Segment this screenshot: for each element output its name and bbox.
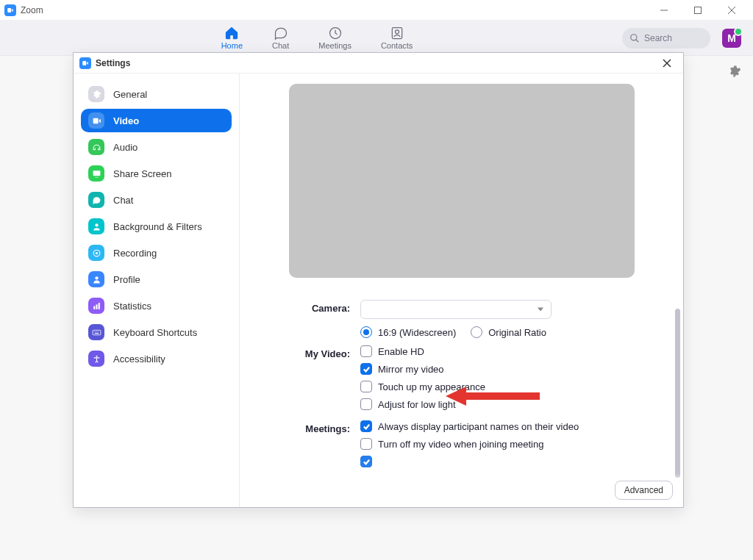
svg-rect-17 [96, 304, 97, 309]
sidebar-item-keyboard-shortcuts[interactable]: Keyboard Shortcuts [81, 320, 232, 344]
sidebar-item-statistics[interactable]: Statistics [81, 294, 232, 317]
window-maximize-button[interactable] [681, 0, 715, 20]
sidebar-item-video[interactable]: Video [81, 109, 232, 132]
sidebar-item-label: Statistics [113, 301, 151, 312]
camera-select[interactable] [360, 300, 552, 319]
search-input[interactable]: Search [622, 28, 710, 49]
clock-icon [328, 26, 343, 40]
svg-point-6 [395, 30, 399, 34]
video-preview [289, 84, 635, 278]
svg-point-20 [94, 331, 95, 331]
sidebar-item-label: Keyboard Shortcuts [113, 327, 197, 338]
audio-icon [88, 139, 104, 155]
sidebar-item-accessibility[interactable]: Accessibility [81, 347, 232, 370]
mirror-video-checkbox[interactable]: Mirror my video [360, 363, 660, 375]
sidebar-item-profile[interactable]: Profile [81, 268, 232, 291]
svg-rect-1 [695, 7, 702, 13]
settings-titlebar: Settings [74, 53, 683, 73]
svg-rect-5 [392, 28, 402, 39]
keyboard-shortcuts-icon [88, 324, 104, 340]
settings-window: Settings GeneralVideoAudioShare ScreenCh… [73, 52, 684, 508]
svg-point-24 [96, 355, 97, 356]
svg-point-12 [95, 223, 98, 226]
recording-icon [88, 245, 104, 261]
sidebar-item-recording[interactable]: Recording [81, 241, 232, 265]
zoom-app-icon [4, 4, 16, 16]
background-filters-icon [88, 218, 104, 234]
camera-label: Camera: [285, 300, 350, 314]
svg-rect-11 [93, 170, 100, 176]
settings-pane: Camera: 16:9 (Widescreen) Original Ratio [240, 73, 683, 507]
home-icon [224, 26, 239, 40]
enable-hd-checkbox[interactable]: Enable HD [360, 345, 660, 357]
svg-line-8 [636, 39, 639, 42]
chat-icon [274, 26, 288, 40]
always-names-checkbox[interactable]: Always display participant names on thei… [360, 420, 660, 432]
my-video-label: My Video: [285, 345, 350, 359]
search-icon [629, 33, 640, 43]
window-minimize-button[interactable] [647, 0, 681, 20]
main-titlebar: Zoom [0, 0, 753, 21]
share-screen-icon [88, 165, 104, 182]
nav-home-tab[interactable]: Home [221, 26, 243, 50]
sidebar-item-label: Share Screen [113, 168, 172, 179]
nav-chat-tab[interactable]: Chat [272, 26, 289, 50]
contacts-icon [390, 26, 404, 40]
settings-title: Settings [96, 58, 130, 68]
svg-rect-19 [93, 330, 101, 335]
nav-meetings-tab[interactable]: Meetings [318, 26, 351, 50]
main-nav-bar: Home Chat Meetings Contacts Search M [0, 21, 753, 56]
scrollbar-thumb[interactable] [675, 309, 680, 478]
sidebar-item-label: Audio [113, 142, 138, 153]
touch-up-checkbox[interactable]: Touch up my appearance [360, 381, 660, 392]
settings-gear-button[interactable] [728, 65, 741, 80]
sidebar-item-background-filters[interactable]: Background & Filters [81, 215, 232, 238]
general-icon [88, 86, 104, 102]
sidebar-item-label: Chat [113, 195, 133, 206]
low-light-checkbox[interactable]: Adjust for low light [360, 398, 660, 410]
app-title: Zoom [21, 5, 43, 15]
ratio-original-radio[interactable]: Original Ratio [471, 326, 546, 338]
ratio-169-radio[interactable]: 16:9 (Widescreen) [360, 326, 456, 338]
sidebar-item-label: Profile [113, 274, 140, 285]
sidebar-item-share-screen[interactable]: Share Screen [81, 162, 232, 185]
window-close-button[interactable] [715, 0, 749, 20]
sidebar-item-label: Video [113, 115, 139, 126]
partial-hidden-checkbox[interactable] [360, 456, 660, 467]
meetings-label: Meetings: [285, 420, 350, 434]
statistics-icon [88, 298, 104, 314]
svg-rect-18 [98, 303, 99, 309]
advanced-button[interactable]: Advanced [615, 481, 673, 500]
video-icon [88, 112, 104, 129]
svg-point-22 [97, 331, 98, 331]
settings-close-button[interactable] [657, 53, 677, 73]
accessibility-icon [88, 351, 104, 367]
avatar[interactable]: M [722, 29, 741, 48]
svg-point-15 [95, 276, 98, 279]
svg-point-7 [631, 34, 637, 40]
settings-sidebar: GeneralVideoAudioShare ScreenChatBackgro… [74, 73, 240, 507]
sidebar-item-label: Recording [113, 248, 157, 259]
zoom-app-icon [79, 57, 91, 69]
sidebar-item-label: General [113, 89, 147, 100]
svg-point-14 [95, 251, 97, 254]
sidebar-item-label: Accessibility [113, 353, 165, 365]
chat-icon [88, 192, 104, 208]
svg-point-21 [96, 331, 96, 331]
turn-off-video-checkbox[interactable]: Turn off my video when joining meeting [360, 438, 660, 450]
svg-rect-23 [94, 333, 98, 334]
svg-rect-16 [93, 306, 95, 309]
sidebar-item-audio[interactable]: Audio [81, 135, 232, 159]
sidebar-item-label: Background & Filters [113, 221, 202, 232]
nav-contacts-tab[interactable]: Contacts [381, 26, 413, 50]
profile-icon [88, 271, 104, 287]
sidebar-item-general[interactable]: General [81, 82, 232, 106]
sidebar-item-chat[interactable]: Chat [81, 188, 232, 212]
